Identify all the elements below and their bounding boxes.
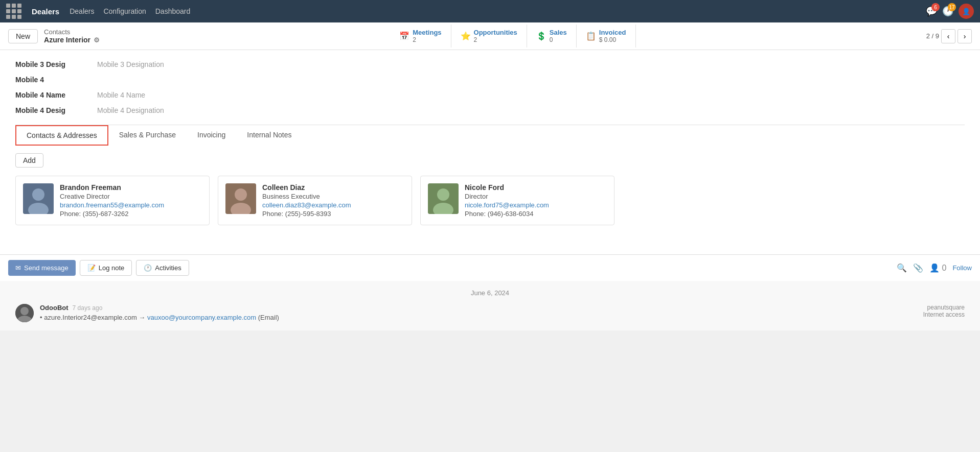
bottom-bar-right: 🔍 📎 👤 0 Follow	[897, 263, 972, 273]
log-note-button[interactable]: 📝 Log note	[80, 260, 132, 276]
breadcrumb: Contacts Azure Interior ⚙	[44, 28, 100, 44]
chatter-header: OdooBot 7 days ago	[40, 304, 917, 312]
field-mobile3desig: Mobile 3 Desig Mobile 3 Designation	[15, 60, 965, 68]
contact-email-nicole[interactable]: nicole.ford75@example.com	[465, 201, 549, 209]
avatar-nicole	[428, 183, 459, 214]
breadcrumb-current-label: Azure Interior	[44, 36, 90, 44]
action-bar: New Contacts Azure Interior ⚙ 📅 Meetings…	[0, 22, 980, 50]
search-icon[interactable]: 🔍	[897, 263, 907, 273]
activity-icon-badge[interactable]: 🕐 17	[942, 6, 953, 17]
app-brand[interactable]: Dealers	[32, 7, 59, 16]
field-mobile4desig: Mobile 4 Desig Mobile 4 Designation	[15, 106, 965, 114]
pagination-display: 2 / 9	[926, 32, 939, 40]
contact-cards: Brandon Freeman Creative Director brando…	[15, 176, 965, 225]
follow-button[interactable]: Follow	[952, 264, 972, 272]
chat-icon-badge[interactable]: 💬 6	[926, 6, 937, 17]
mobile3desig-value[interactable]: Mobile 3 Designation	[97, 60, 164, 68]
smart-btn-sales[interactable]: 💲 Sales 0	[527, 25, 577, 47]
chatter: June 6, 2024 OdooBot 7 days ago • azure.…	[0, 281, 980, 330]
add-button[interactable]: Add	[15, 153, 43, 168]
invoiced-title: Invoiced	[599, 29, 626, 36]
new-button[interactable]: New	[8, 29, 38, 43]
nav-right: 💬 6 🕐 17 👤	[926, 4, 974, 19]
dollar-icon: 💲	[536, 31, 546, 41]
prev-page-button[interactable]: ‹	[941, 29, 955, 43]
contact-title-brandon: Creative Director	[60, 193, 164, 200]
sales-title: Sales	[550, 29, 567, 36]
clock-icon: 🕐	[144, 264, 152, 272]
tab-invoicing[interactable]: Invoicing	[187, 125, 236, 146]
mobile4name-label: Mobile 4 Name	[15, 91, 97, 99]
smart-btn-invoiced[interactable]: 📋 Invoiced $ 0.00	[577, 25, 636, 47]
contact-name-nicole: Nicole Ford	[465, 183, 549, 192]
avatar-brandon	[23, 183, 54, 214]
chatter-author: OdooBot	[40, 304, 69, 312]
action-bar-left: New Contacts Azure Interior ⚙	[8, 28, 100, 44]
mobile4desig-value[interactable]: Mobile 4 Designation	[97, 106, 164, 114]
contact-phone-colleen: Phone: (255)-595-8393	[262, 210, 351, 218]
attachment-icon[interactable]: 📎	[913, 263, 923, 273]
smart-btn-meetings[interactable]: 📅 Meetings 2	[390, 25, 451, 47]
tabs-container: Contacts & Addresses Sales & Purchase In…	[15, 125, 965, 145]
chat-badge: 6	[931, 3, 940, 11]
tab-contacts-addresses[interactable]: Contacts & Addresses	[15, 125, 108, 146]
nav-link-dashboard[interactable]: Dashboard	[155, 7, 191, 15]
mobile4desig-label: Mobile 4 Desig	[15, 106, 97, 114]
nav-left: Dealers Dealers Configuration Dashboard	[6, 4, 190, 19]
svg-point-7	[437, 188, 449, 201]
meetings-value: 2	[413, 36, 441, 43]
bottom-bar: ✉ Send message 📝 Log note 🕐 Activities 🔍…	[0, 254, 980, 281]
contact-email-brandon[interactable]: brandon.freeman55@example.com	[60, 201, 164, 209]
svg-point-4	[235, 188, 247, 201]
mobile4name-value[interactable]: Mobile 4 Name	[97, 91, 145, 99]
avatar-colleen	[225, 183, 256, 214]
app-grid-icon[interactable]	[6, 4, 21, 19]
svg-point-10	[20, 307, 29, 315]
mobile3desig-label: Mobile 3 Desig	[15, 60, 97, 68]
opportunities-title: Opportunities	[474, 29, 517, 36]
contact-title-colleen: Business Executive	[262, 193, 351, 200]
sales-value: 0	[550, 36, 567, 43]
chatter-time: 7 days ago	[73, 304, 103, 312]
contact-info-nicole: Nicole Ford Director nicole.ford75@examp…	[465, 183, 549, 218]
send-message-button[interactable]: ✉ Send message	[8, 260, 76, 276]
smart-btn-opportunities[interactable]: ⭐ Opportunities 2	[451, 25, 527, 47]
invoiced-value: $ 0.00	[599, 36, 626, 43]
meetings-title: Meetings	[413, 29, 441, 36]
gear-icon[interactable]: ⚙	[94, 36, 100, 44]
invoice-icon: 📋	[586, 31, 596, 41]
envelope-icon: ✉	[15, 264, 21, 272]
tab-sales-purchase[interactable]: Sales & Purchase	[108, 125, 187, 146]
contact-phone-nicole: Phone: (946)-638-6034	[465, 210, 549, 218]
nav-link-dealers[interactable]: Dealers	[70, 7, 94, 15]
contact-name-brandon: Brandon Freeman	[60, 183, 164, 192]
chatter-text: • azure.Interior24@example.com → vauxoo@…	[40, 314, 917, 321]
followers-icon: 👤 0	[929, 263, 946, 273]
field-mobile4name: Mobile 4 Name Mobile 4 Name	[15, 91, 965, 99]
activities-button[interactable]: 🕐 Activities	[136, 260, 189, 276]
contact-card-colleen[interactable]: Colleen Diaz Business Executive colleen.…	[218, 176, 412, 225]
contact-email-colleen[interactable]: colleen.diaz83@example.com	[262, 201, 351, 209]
next-page-button[interactable]: ›	[958, 29, 972, 43]
chatter-source-email: azure.Interior24@example.com	[44, 314, 137, 321]
nav-link-configuration[interactable]: Configuration	[103, 7, 146, 15]
contact-info-colleen: Colleen Diaz Business Executive colleen.…	[262, 183, 351, 218]
chatter-right-info: peanutsquare Internet access	[923, 304, 965, 318]
chatter-target-email[interactable]: vauxoo@yourcompany.example.com	[147, 314, 256, 321]
star-icon: ⭐	[461, 31, 471, 41]
contact-card-nicole[interactable]: Nicole Ford Director nicole.ford75@examp…	[420, 176, 614, 225]
opportunities-value: 2	[474, 36, 517, 43]
chatter-type-label: (Email)	[258, 314, 279, 321]
user-avatar[interactable]: 👤	[959, 4, 974, 19]
chatter-avatar-odoobot	[15, 304, 34, 322]
contact-phone-brandon: Phone: (355)-687-3262	[60, 210, 164, 218]
contact-card-brandon[interactable]: Brandon Freeman Creative Director brando…	[15, 176, 210, 225]
svg-point-1	[32, 188, 44, 201]
chatter-body: OdooBot 7 days ago • azure.Interior24@ex…	[40, 304, 917, 321]
activity-badge: 17	[948, 3, 956, 11]
tab-internal-notes[interactable]: Internal Notes	[236, 125, 302, 146]
breadcrumb-parent[interactable]: Contacts	[44, 28, 100, 36]
fields-section: Mobile 3 Desig Mobile 3 Designation Mobi…	[15, 60, 965, 114]
avatar-icon: 👤	[962, 8, 970, 15]
mobile4-label: Mobile 4	[15, 76, 97, 84]
